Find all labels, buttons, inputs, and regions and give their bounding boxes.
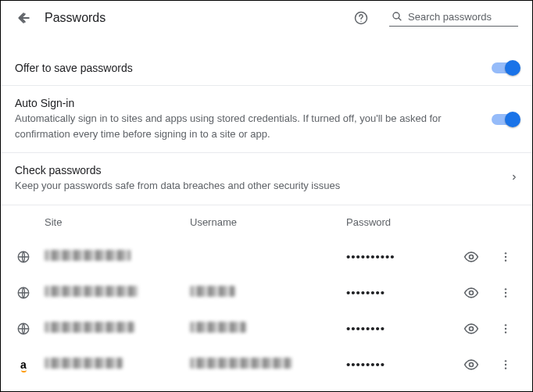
svg-point-19 <box>505 331 506 333</box>
more-actions-button[interactable] <box>498 249 513 265</box>
more-vert-icon <box>499 323 512 335</box>
help-icon <box>353 10 369 26</box>
svg-point-8 <box>505 255 506 257</box>
more-vert-icon <box>499 287 512 299</box>
more-actions-button[interactable] <box>498 321 513 337</box>
eye-icon <box>463 321 479 337</box>
check-passwords-section[interactable]: Check passwords Keep your passwords safe… <box>1 153 532 205</box>
cell-password: •••••••• <box>346 322 463 335</box>
svg-point-18 <box>505 327 506 329</box>
show-password-button[interactable] <box>463 249 479 265</box>
check-passwords-desc: Keep your passwords safe from data breac… <box>15 178 495 194</box>
svg-point-21 <box>505 360 506 362</box>
col-username: Username <box>190 216 346 228</box>
svg-point-3 <box>393 12 399 19</box>
col-password: Password <box>346 216 518 228</box>
table-row[interactable]: •••••••• <box>15 275 518 311</box>
show-password-button[interactable] <box>463 285 479 301</box>
cell-username <box>190 322 346 336</box>
svg-point-20 <box>470 362 474 366</box>
passwords-table: Site Username Password •••••••••• ••••••… <box>1 205 532 383</box>
cell-username <box>190 358 346 372</box>
svg-point-7 <box>505 252 506 254</box>
cell-site <box>45 286 190 300</box>
cell-password: •••••••••• <box>346 250 463 263</box>
cell-password: •••••••• <box>346 286 463 299</box>
auto-signin-section: Auto Sign-in Automatically sign in to si… <box>1 86 532 153</box>
globe-icon <box>15 248 32 265</box>
table-header: Site Username Password <box>15 205 518 239</box>
svg-point-17 <box>505 324 506 326</box>
chevron-right-icon <box>510 172 518 186</box>
auto-signin-desc: Automatically sign in to sites and apps … <box>15 111 476 141</box>
back-button[interactable] <box>15 9 34 27</box>
table-row[interactable]: •••••••••• <box>15 239 518 275</box>
show-password-button[interactable] <box>463 321 479 337</box>
cell-site <box>45 250 190 264</box>
show-password-button[interactable] <box>463 357 479 372</box>
cell-site <box>45 322 190 336</box>
help-button[interactable] <box>352 9 370 27</box>
svg-point-11 <box>470 290 474 294</box>
svg-point-2 <box>360 21 361 22</box>
header: Passwords <box>1 1 532 35</box>
svg-point-12 <box>505 288 506 290</box>
offer-to-save-toggle[interactable] <box>492 62 518 73</box>
eye-icon <box>463 285 479 301</box>
eye-icon <box>463 357 479 372</box>
auto-signin-label: Auto Sign-in <box>15 97 476 109</box>
search-icon <box>391 10 403 23</box>
globe-icon <box>15 320 32 337</box>
svg-point-9 <box>505 259 506 261</box>
svg-point-14 <box>505 295 506 297</box>
col-site: Site <box>45 216 190 228</box>
search-field[interactable] <box>389 9 518 27</box>
globe-icon <box>15 284 32 301</box>
svg-point-22 <box>505 363 506 365</box>
svg-point-23 <box>505 367 506 369</box>
cell-password: •••••••• <box>346 358 463 371</box>
page-title: Passwords <box>45 11 106 25</box>
more-vert-icon <box>499 251 512 263</box>
svg-point-13 <box>505 291 506 293</box>
offer-to-save-section: Offer to save passwords <box>1 35 532 86</box>
table-row[interactable]: a •••••••• <box>15 347 518 383</box>
check-passwords-label: Check passwords <box>15 164 495 176</box>
svg-point-16 <box>470 326 474 330</box>
amazon-icon: a <box>15 356 32 373</box>
more-vert-icon <box>499 358 512 371</box>
eye-icon <box>463 249 479 265</box>
auto-signin-toggle[interactable] <box>492 114 518 125</box>
svg-line-4 <box>399 18 401 20</box>
arrow-left-icon <box>16 10 32 26</box>
offer-to-save-label: Offer to save passwords <box>15 62 476 74</box>
more-actions-button[interactable] <box>498 357 513 372</box>
table-row[interactable]: •••••••• <box>15 311 518 347</box>
more-actions-button[interactable] <box>498 285 513 301</box>
cell-site <box>45 358 190 372</box>
cell-username <box>190 286 346 300</box>
svg-point-6 <box>470 255 474 258</box>
search-input[interactable] <box>408 11 517 23</box>
